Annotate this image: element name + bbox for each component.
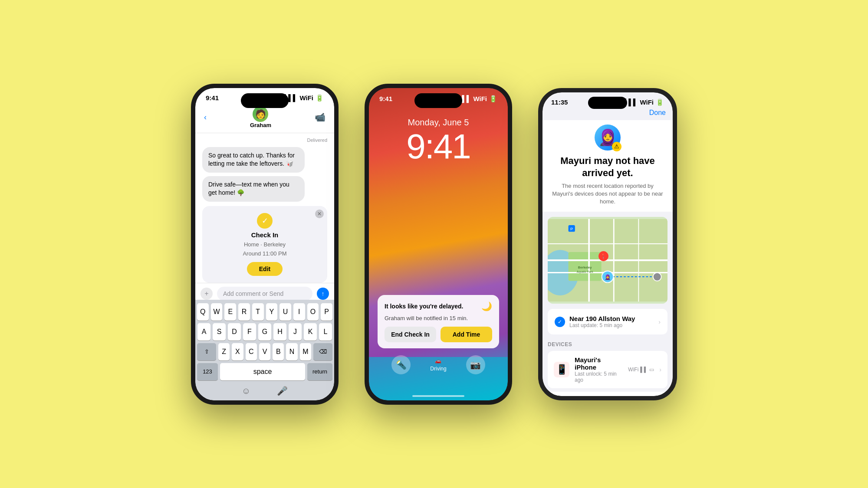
key-l[interactable]: L xyxy=(319,323,332,341)
iphone-info: Mayuri's iPhone Last unlock: 5 min ago xyxy=(575,356,623,383)
location-left: ✓ Near 190 Allston Way Last update: 5 mi… xyxy=(555,315,635,328)
key-o[interactable]: O xyxy=(307,303,319,321)
device-row-watch[interactable]: ⌚ Mayuri's Apple Watch Last update: ▭ › xyxy=(548,392,667,396)
iphone-name: Mayuri's iPhone xyxy=(575,356,623,371)
contact-info: 🧑 Graham xyxy=(250,106,271,128)
notif-actions: End Check In Add Time xyxy=(385,327,492,342)
send-button[interactable]: ↑ xyxy=(317,288,329,300)
lock-status-icons: ▌▌▌ WiFi 🔋 xyxy=(457,95,497,103)
camera-icon[interactable]: 📷 xyxy=(466,355,485,374)
lockscreen: 9:41 ▌▌▌ WiFi 🔋 Monday, June 5 9:41 It l… xyxy=(369,88,508,400)
key-shift[interactable]: ⇧ xyxy=(197,343,216,360)
key-t[interactable]: T xyxy=(252,303,264,321)
key-h[interactable]: H xyxy=(273,323,286,341)
checkin-time: Around 11:00 PM xyxy=(243,250,286,257)
phone-2-lockscreen: 9:41 ▌▌▌ WiFi 🔋 Monday, June 5 9:41 It l… xyxy=(365,84,512,405)
messages-header: ‹ 🧑 Graham 📹 xyxy=(195,104,334,133)
key-k[interactable]: K xyxy=(304,323,317,341)
key-a[interactable]: A xyxy=(197,323,210,341)
svg-text:🧕: 🧕 xyxy=(605,274,611,280)
wifi-icon: WiFi xyxy=(299,94,313,102)
key-m[interactable]: M xyxy=(300,343,311,360)
key-u[interactable]: U xyxy=(279,303,291,321)
message-input[interactable]: Add comment or Send xyxy=(217,287,312,301)
warning-badge: ⚠ xyxy=(612,142,621,151)
key-e[interactable]: E xyxy=(224,303,236,321)
phone-1-messages: 9:41 ▌▌▌ WiFi 🔋 ‹ 🧑 Graham 📹 Delivered S… xyxy=(191,84,339,405)
lock-time: 9:41 xyxy=(379,95,392,103)
key-numbers[interactable]: 123 xyxy=(197,363,218,380)
lock-clock: 9:41 xyxy=(369,129,508,164)
delivered-label: Delivered xyxy=(202,138,327,143)
dynamic-island-1 xyxy=(241,93,289,108)
add-attachment-button[interactable]: + xyxy=(201,288,213,300)
done-button[interactable]: Done xyxy=(649,109,666,116)
key-i[interactable]: I xyxy=(293,303,305,321)
contact-avatar: 🧑 xyxy=(253,106,268,122)
iphone-status: Last unlock: 5 min ago xyxy=(575,371,623,383)
iphone-chevron-icon: › xyxy=(659,366,661,373)
messages-area: Delivered So great to catch up. Thanks f… xyxy=(195,133,334,206)
key-n[interactable]: N xyxy=(286,343,297,360)
findmy-wifi: WiFi xyxy=(640,98,654,106)
checkin-close-button[interactable]: ✕ xyxy=(315,210,324,218)
svg-text:P: P xyxy=(570,226,573,231)
contact-name[interactable]: Graham xyxy=(250,122,271,128)
key-w[interactable]: W xyxy=(211,303,223,321)
edit-button[interactable]: Edit xyxy=(247,262,283,276)
lockscreen-bg: 9:41 ▌▌▌ WiFi 🔋 Monday, June 5 9:41 It l… xyxy=(369,88,508,400)
lock-bottom-bar: 🔦 🚗 Driving 📷 xyxy=(369,355,508,374)
video-call-button[interactable]: 📹 xyxy=(315,112,326,122)
checkin-check-icon: ✓ xyxy=(257,213,273,229)
key-x[interactable]: X xyxy=(232,343,243,360)
messages-screen: 9:41 ▌▌▌ WiFi 🔋 ‹ 🧑 Graham 📹 Delivered S… xyxy=(195,88,334,400)
keyboard-row-2: A S D F G H J K L xyxy=(197,323,332,341)
key-r[interactable]: R xyxy=(238,303,250,321)
key-d[interactable]: D xyxy=(228,323,241,341)
checkin-location: Home · Berkeley xyxy=(244,241,286,248)
keyboard[interactable]: Q W E R T Y U I O P A S D F G H J K L xyxy=(195,300,334,400)
key-space[interactable]: space xyxy=(220,363,305,380)
back-button[interactable]: ‹ xyxy=(204,113,207,122)
key-c[interactable]: C xyxy=(246,343,257,360)
key-f[interactable]: F xyxy=(243,323,256,341)
key-b[interactable]: B xyxy=(273,343,284,360)
key-z[interactable]: Z xyxy=(218,343,230,360)
iphone-signal-icon: ▌▌ xyxy=(640,367,648,373)
key-s[interactable]: S xyxy=(213,323,226,341)
keyboard-row-3: ⇧ Z X C V B N M ⌫ xyxy=(197,343,332,360)
svg-text:Berkeley: Berkeley xyxy=(578,265,592,269)
moon-icon: 🌙 xyxy=(481,301,492,311)
microphone-icon[interactable]: 🎤 xyxy=(277,386,288,396)
devices-section: DEVICES 📱 Mayuri's iPhone Last unlock: 5… xyxy=(542,334,673,396)
done-button-area: Done xyxy=(542,109,673,120)
key-j[interactable]: J xyxy=(289,323,302,341)
avatar-warning: 🧕 ⚠ xyxy=(595,124,621,151)
checkin-notification: It looks like you're delayed. 🌙 Graham w… xyxy=(378,295,499,348)
key-y[interactable]: Y xyxy=(266,303,278,321)
key-delete[interactable]: ⌫ xyxy=(313,343,332,360)
lock-date: Monday, June 5 xyxy=(369,118,508,128)
iphone-wifi-icon: WiFi xyxy=(628,367,638,373)
flashlight-icon[interactable]: 🔦 xyxy=(391,355,411,374)
alert-title: Mayuri may not have arrived yet. xyxy=(551,155,664,180)
key-v[interactable]: V xyxy=(259,343,270,360)
iphone-indicators: WiFi ▌▌ ▭ xyxy=(628,367,654,373)
findmy-time: 11:35 xyxy=(551,98,568,106)
notif-subtitle: Graham will be notified in 15 min. xyxy=(385,315,492,321)
add-time-button[interactable]: Add Time xyxy=(441,327,492,342)
key-q[interactable]: Q xyxy=(197,303,209,321)
key-p[interactable]: P xyxy=(321,303,332,321)
svg-text:Aquatic Park: Aquatic Park xyxy=(577,270,593,274)
end-checkin-button[interactable]: End Check In xyxy=(385,327,436,342)
map-container[interactable]: 📍 🧕 Berkeley Aquatic Park P xyxy=(548,217,667,304)
location-update: Last update: 5 min ago xyxy=(569,322,635,328)
emoji-icon[interactable]: ☺ xyxy=(242,386,250,396)
checkin-card: ✕ ✓ Check In Home · Berkeley Around 11:0… xyxy=(202,206,327,283)
car-icon: 🚗 xyxy=(435,358,441,364)
device-row-iphone[interactable]: 📱 Mayuri's iPhone Last unlock: 5 min ago… xyxy=(548,351,667,388)
devices-label: DEVICES xyxy=(548,341,667,347)
key-g[interactable]: G xyxy=(258,323,271,341)
key-return[interactable]: return xyxy=(307,363,332,380)
driving-label: Driving xyxy=(430,366,446,372)
